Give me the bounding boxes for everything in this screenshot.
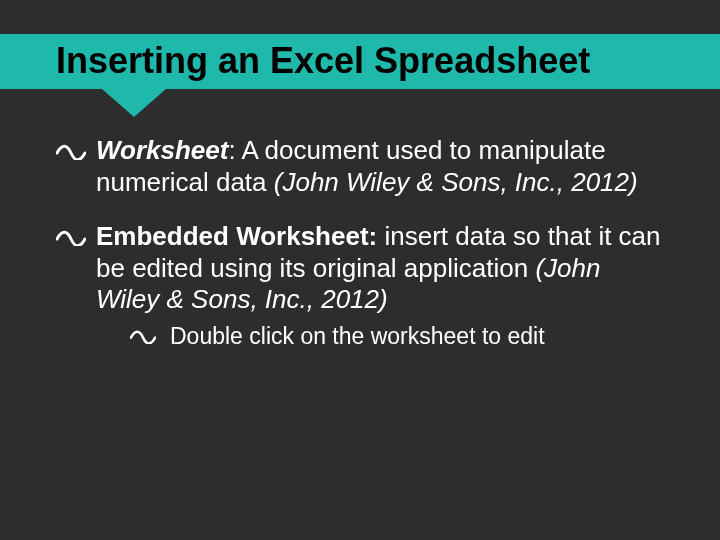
bullet-worksheet: Worksheet: A document used to manipulate… xyxy=(56,135,664,198)
sep: : xyxy=(228,135,241,165)
slide-title: Inserting an Excel Spreadsheet xyxy=(56,40,670,81)
wave-bullet-icon xyxy=(130,326,160,348)
bullet-embedded: Embedded Worksheet: insert data so that … xyxy=(56,221,664,351)
term-worksheet: Worksheet xyxy=(96,135,228,165)
sep: : xyxy=(369,221,385,251)
slide: Inserting an Excel Spreadsheet Worksheet… xyxy=(0,0,720,540)
term-embedded: Embedded Worksheet xyxy=(96,221,369,251)
cite-worksheet: (John Wiley & Sons, Inc., 2012) xyxy=(274,167,638,197)
sub-bullet-text: Double click on the worksheet to edit xyxy=(170,323,545,349)
title-bar: Inserting an Excel Spreadsheet xyxy=(0,34,720,89)
wave-bullet-icon xyxy=(56,226,86,248)
sub-bullet-doubleclick: Double click on the worksheet to edit xyxy=(130,322,664,351)
slide-content: Worksheet: A document used to manipulate… xyxy=(0,89,720,350)
wave-bullet-icon xyxy=(56,140,86,162)
